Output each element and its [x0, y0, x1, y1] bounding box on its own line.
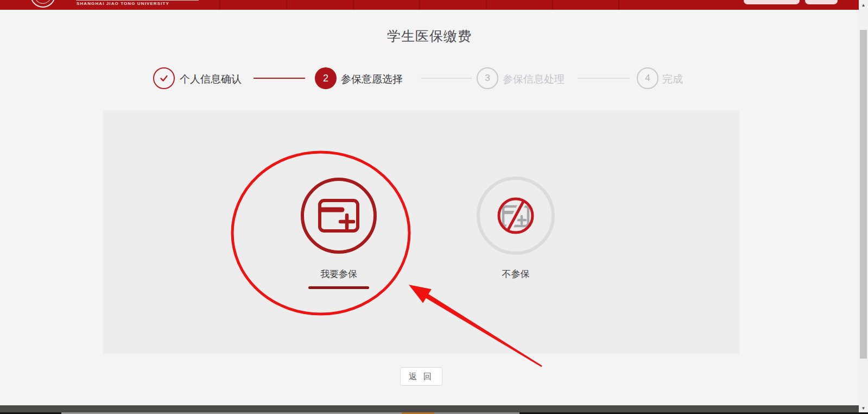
scroll-up-icon[interactable]: ▲	[859, 1, 868, 9]
step-3-circle: 3	[477, 67, 498, 89]
step-connector-3	[578, 78, 630, 79]
step-3-number: 3	[485, 73, 490, 84]
vertical-scrollbar-thumb[interactable]	[860, 30, 867, 359]
step-1-label: 个人信息确认	[180, 72, 242, 86]
university-seal-inner-ring	[34, 0, 52, 4]
insure-card-plus-icon[interactable]	[317, 198, 360, 234]
step-4-number: 4	[645, 73, 650, 84]
step-4-label: 完成	[662, 72, 683, 86]
header-action-button-2[interactable]	[805, 0, 838, 4]
nav-divider	[286, 0, 287, 10]
step-2-label: 参保意愿选择	[341, 72, 403, 86]
step-4-circle: 4	[637, 67, 658, 89]
step-connector-2	[421, 78, 472, 79]
option-decline-label[interactable]: 不参保	[477, 268, 555, 280]
university-seal-logo	[30, 0, 55, 8]
page-title: 学生医保缴费	[0, 27, 859, 45]
horizontal-scrollbar[interactable]	[0, 405, 859, 412]
options-panel	[103, 110, 739, 354]
no-insure-card-icon[interactable]	[491, 191, 540, 240]
nav-divider	[552, 0, 553, 10]
option-enroll-selected-underline	[308, 286, 369, 289]
screen: SHANGHAI JIAO TONG UNIVERSITY 学生医保缴费 个人信…	[0, 0, 868, 414]
university-name-text: SHANGHAI JIAO TONG UNIVERSITY	[77, 1, 169, 6]
check-icon	[158, 72, 170, 84]
nav-divider	[486, 0, 487, 10]
top-navbar: SHANGHAI JIAO TONG UNIVERSITY	[0, 0, 859, 10]
back-button[interactable]: 返 回	[400, 367, 442, 386]
option-enroll-label[interactable]: 我要参保	[301, 268, 377, 280]
nav-divider	[353, 0, 354, 10]
step-3-label: 参保信息处理	[503, 72, 565, 86]
step-1-circle	[153, 67, 175, 89]
logo-underline	[76, 0, 199, 1]
step-connector-1	[254, 78, 305, 79]
nav-divider	[419, 0, 420, 10]
nav-divider	[618, 0, 619, 10]
vertical-scrollbar[interactable]: ▲ ▼	[859, 0, 868, 414]
nav-divider	[219, 0, 220, 10]
header-action-button-1[interactable]	[744, 0, 800, 4]
step-2-number: 2	[323, 73, 328, 84]
step-2-circle: 2	[315, 67, 337, 89]
scroll-down-icon[interactable]: ▼	[859, 404, 868, 412]
